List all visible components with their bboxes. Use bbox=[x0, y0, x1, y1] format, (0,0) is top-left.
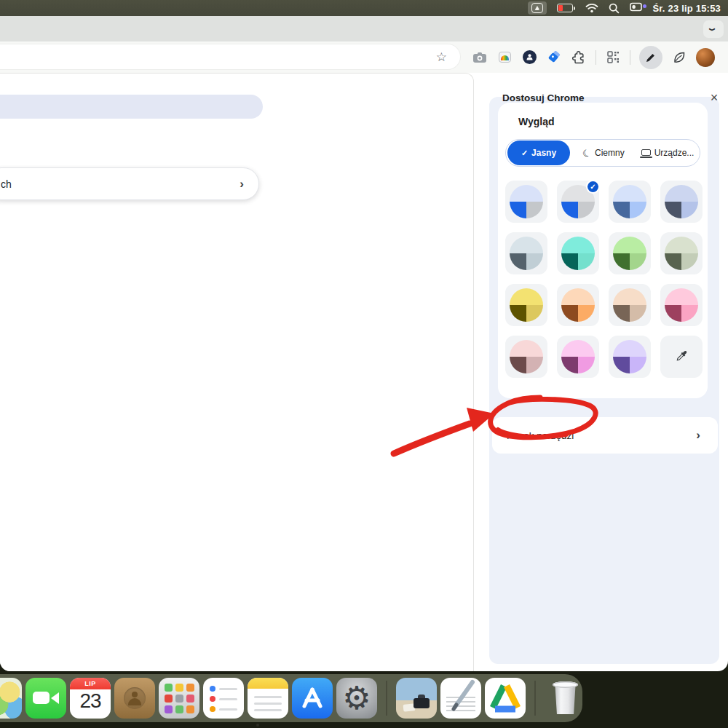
mode-ciemny-button[interactable]: ☾ Ciemny bbox=[571, 140, 636, 166]
theme-swatch[interactable] bbox=[660, 284, 703, 326]
dock-textedit-icon[interactable] bbox=[440, 678, 481, 719]
dock-reminders-icon[interactable] bbox=[203, 678, 244, 719]
theme-swatch-circle bbox=[613, 288, 646, 322]
theme-swatch[interactable] bbox=[557, 284, 599, 326]
theme-swatch-circle bbox=[613, 185, 646, 218]
chevron-right-icon: › bbox=[696, 428, 700, 443]
browser-toolbar: ☆ bbox=[0, 41, 728, 73]
theme-swatch[interactable] bbox=[609, 232, 651, 274]
theme-swatch[interactable]: ✓ bbox=[557, 181, 599, 223]
dock-separator bbox=[386, 681, 387, 716]
theme-swatch-circle bbox=[613, 340, 646, 373]
theme-swatch[interactable] bbox=[660, 181, 703, 223]
theme-swatch[interactable] bbox=[505, 284, 547, 326]
check-icon: ✓ bbox=[521, 149, 528, 158]
address-bar[interactable]: ☆ bbox=[0, 44, 460, 69]
theme-swatch[interactable] bbox=[557, 232, 599, 274]
extensions-puzzle-icon[interactable] bbox=[571, 50, 587, 66]
bookmark-star-icon[interactable]: ☆ bbox=[436, 50, 447, 65]
customize-pencil-icon[interactable] bbox=[639, 46, 662, 69]
theme-swatch-circle bbox=[510, 185, 543, 218]
theme-swatch[interactable] bbox=[505, 232, 547, 274]
dock-notes-icon[interactable] bbox=[248, 678, 288, 719]
laptop-icon bbox=[641, 149, 651, 156]
theme-swatch-circle bbox=[665, 288, 698, 322]
toolbar-row-label: Pasek narzędzi bbox=[507, 430, 574, 441]
tab-search-chevron-button[interactable]: › bbox=[703, 20, 724, 38]
toolbar-separator bbox=[630, 50, 630, 65]
dock-trash-icon[interactable] bbox=[545, 678, 585, 719]
theme-swatch[interactable] bbox=[609, 336, 651, 378]
tab-strip: › bbox=[0, 16, 728, 41]
theme-swatch-circle bbox=[613, 237, 646, 270]
mode-urzadzenie-button[interactable]: Urządze... bbox=[636, 140, 700, 166]
dock-facetime-icon[interactable] bbox=[25, 678, 66, 719]
camera-extension-icon[interactable] bbox=[472, 50, 488, 66]
search-suggestion-text: ch bbox=[1, 178, 12, 190]
theme-swatch[interactable] bbox=[557, 336, 599, 378]
spotlight-search-icon[interactable] bbox=[609, 3, 620, 14]
theme-swatch[interactable] bbox=[505, 181, 547, 223]
profile-avatar[interactable] bbox=[696, 48, 715, 67]
performance-leaf-icon[interactable] bbox=[671, 50, 687, 66]
web-page-content: ch › bbox=[0, 73, 474, 671]
desktop-screen: Śr. 23 lip 15:53 › ☆ bbox=[0, 0, 728, 728]
dock-photos-partial-icon[interactable] bbox=[0, 678, 22, 719]
search-suggestion-card[interactable]: ch › bbox=[0, 167, 259, 200]
menubar-app-box-icon[interactable] bbox=[528, 1, 547, 15]
panel-title: Dostosuj Chrome bbox=[502, 92, 585, 103]
user-status-dot bbox=[643, 4, 646, 8]
theme-swatch-circle bbox=[561, 237, 595, 270]
color-mode-segmented-control: ✓ Jasny ☾ Ciemny Urządze... bbox=[505, 139, 700, 167]
chevron-right-icon: › bbox=[240, 177, 244, 191]
calendar-month: LIP bbox=[70, 678, 111, 689]
theme-swatch[interactable] bbox=[505, 336, 547, 378]
battery-icon[interactable] bbox=[557, 4, 575, 12]
dark-circle-extension-icon[interactable] bbox=[521, 50, 537, 66]
custom-color-picker-tile[interactable] bbox=[660, 336, 703, 378]
theme-swatch-circle bbox=[665, 185, 698, 218]
toolbar-separator bbox=[596, 50, 596, 65]
menu-dots-icon[interactable]: ⋮ bbox=[724, 50, 728, 65]
close-icon[interactable]: × bbox=[707, 90, 721, 105]
mode-jasny-button[interactable]: ✓ Jasny bbox=[507, 141, 570, 165]
menubar: Śr. 23 lip 15:53 bbox=[0, 0, 728, 16]
dock: LIP 23 ⚙ bbox=[0, 674, 582, 722]
theme-swatch-circle bbox=[510, 288, 543, 322]
chrome-window: › ☆ bbox=[0, 16, 728, 671]
page-lavender-pill bbox=[0, 95, 263, 119]
dock-calendar-icon[interactable]: LIP 23 bbox=[70, 678, 111, 719]
theme-swatch[interactable] bbox=[609, 181, 651, 223]
menubar-clock[interactable]: Śr. 23 lip 15:53 bbox=[652, 3, 721, 14]
theme-swatch-circle bbox=[510, 237, 543, 270]
tags-extension-icon[interactable] bbox=[546, 50, 562, 66]
dock-app-store-icon[interactable] bbox=[292, 678, 333, 719]
appearance-card: Wygląd ✓ Jasny ☾ Ciemny Urządze... bbox=[498, 103, 708, 398]
theme-swatch-circle bbox=[561, 288, 595, 322]
toolbar-settings-row[interactable]: Pasek narzędzi › bbox=[492, 417, 718, 454]
theme-swatch-circle bbox=[561, 340, 595, 373]
user-switch-icon[interactable] bbox=[630, 1, 642, 15]
dock-google-drive-icon[interactable] bbox=[485, 678, 526, 719]
dock-launchpad-icon[interactable] bbox=[159, 678, 199, 719]
dock-system-settings-icon[interactable]: ⚙ bbox=[336, 678, 377, 719]
moon-icon: ☾ bbox=[582, 147, 593, 159]
dock-separator bbox=[534, 681, 536, 716]
selected-check-badge: ✓ bbox=[586, 180, 600, 194]
photos-extension-icon[interactable] bbox=[496, 50, 513, 66]
notes-running-indicator bbox=[256, 724, 259, 727]
appearance-title: Wygląd bbox=[518, 116, 555, 127]
dock-screenshot-preview-icon[interactable] bbox=[396, 678, 437, 719]
theme-swatch-circle bbox=[665, 237, 698, 270]
theme-swatch-circle bbox=[510, 340, 543, 373]
theme-swatch[interactable] bbox=[609, 284, 651, 326]
dock-contacts-icon[interactable] bbox=[114, 678, 155, 719]
customize-chrome-panel: Wygląd ✓ Jasny ☾ Ciemny Urządze... bbox=[489, 97, 719, 664]
calendar-day: 23 bbox=[70, 689, 111, 713]
theme-color-grid: ✓ bbox=[505, 181, 703, 378]
eyedropper-icon bbox=[674, 349, 689, 364]
split-grid-icon[interactable] bbox=[605, 50, 621, 66]
wifi-icon[interactable] bbox=[585, 3, 598, 13]
theme-swatch[interactable] bbox=[660, 232, 703, 274]
